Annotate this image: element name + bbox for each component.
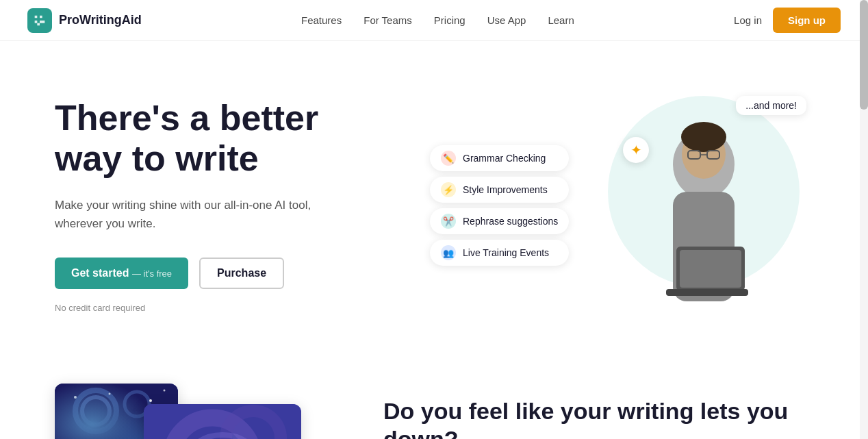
nav-actions: Log in Sign up bbox=[734, 8, 841, 33]
hero-title: There's a better way to write bbox=[55, 98, 411, 180]
hero-person bbox=[635, 82, 772, 329]
get-started-button[interactable]: Get started — it's free bbox=[55, 258, 188, 289]
hero-subtitle: Make your writing shine with our all-in-… bbox=[55, 196, 342, 233]
hero-illustration: ...and more! ✦ ✏️ Grammar Checking ⚡ Sty… bbox=[430, 82, 813, 329]
svg-point-11 bbox=[75, 390, 116, 431]
no-credit-card-notice: No credit card required bbox=[55, 303, 411, 313]
grammar-icon: ✏️ bbox=[441, 151, 456, 166]
image-stack: My idea in my head bbox=[55, 384, 329, 439]
svg-point-16 bbox=[149, 399, 152, 402]
feature-pills: ✏️ Grammar Checking ⚡ Style Improvements… bbox=[430, 145, 569, 266]
svg-rect-9 bbox=[666, 289, 748, 296]
brand-name: ProWritingAid bbox=[59, 13, 142, 27]
brand-logo[interactable]: ProWritingAid bbox=[27, 8, 142, 33]
svg-point-17 bbox=[164, 390, 166, 392]
more-badge: ...and more! bbox=[736, 96, 806, 115]
nav-features[interactable]: Features bbox=[301, 14, 342, 26]
hero-section: There's a better way to write Make your … bbox=[0, 41, 868, 356]
login-button[interactable]: Log in bbox=[734, 14, 762, 26]
pill-rephrase: ✂️ Rephrase suggestions bbox=[430, 208, 569, 234]
hero-left: There's a better way to write Make your … bbox=[55, 98, 411, 314]
nav-pricing[interactable]: Pricing bbox=[434, 14, 465, 26]
page-scrollbar[interactable] bbox=[860, 0, 868, 439]
navbar: ProWritingAid Features For Teams Pricing… bbox=[0, 0, 868, 41]
abstract-card: My idea in my head bbox=[144, 404, 301, 439]
nav-use-app[interactable]: Use App bbox=[487, 14, 526, 26]
nav-for-teams[interactable]: For Teams bbox=[363, 14, 412, 26]
section2-left: My idea in my head bbox=[55, 384, 342, 439]
pill-training: 👥 Live Training Events bbox=[430, 240, 569, 266]
nav-links: Features For Teams Pricing Use App Learn bbox=[301, 14, 574, 26]
svg-point-12 bbox=[82, 397, 110, 425]
star-badge: ✦ bbox=[623, 137, 649, 163]
style-icon: ⚡ bbox=[441, 182, 456, 197]
svg-point-15 bbox=[109, 393, 111, 395]
svg-point-14 bbox=[74, 396, 77, 399]
scrollbar-thumb[interactable] bbox=[860, 0, 868, 110]
logo-svg bbox=[32, 13, 47, 28]
abstract-svg bbox=[144, 404, 301, 439]
section2-title: Do you feel like your writing lets you d… bbox=[383, 397, 813, 439]
svg-rect-8 bbox=[680, 250, 741, 288]
rephrase-icon: ✂️ bbox=[441, 214, 456, 229]
svg-point-3 bbox=[681, 122, 726, 152]
person-svg bbox=[639, 116, 769, 329]
hero-right: ...and more! ✦ ✏️ Grammar Checking ⚡ Sty… bbox=[430, 82, 813, 329]
purchase-button[interactable]: Purchase bbox=[199, 258, 284, 289]
hero-buttons: Get started — it's free Purchase bbox=[55, 258, 411, 289]
section2: My idea in my head Do you feel like your… bbox=[0, 356, 868, 439]
section2-right: Do you feel like your writing lets you d… bbox=[383, 384, 813, 439]
training-icon: 👥 bbox=[441, 245, 456, 260]
nav-learn[interactable]: Learn bbox=[548, 14, 574, 26]
logo-icon bbox=[27, 8, 52, 33]
signup-button[interactable]: Sign up bbox=[773, 8, 841, 33]
pill-style: ⚡ Style Improvements bbox=[430, 177, 569, 203]
pill-grammar: ✏️ Grammar Checking bbox=[430, 145, 569, 171]
